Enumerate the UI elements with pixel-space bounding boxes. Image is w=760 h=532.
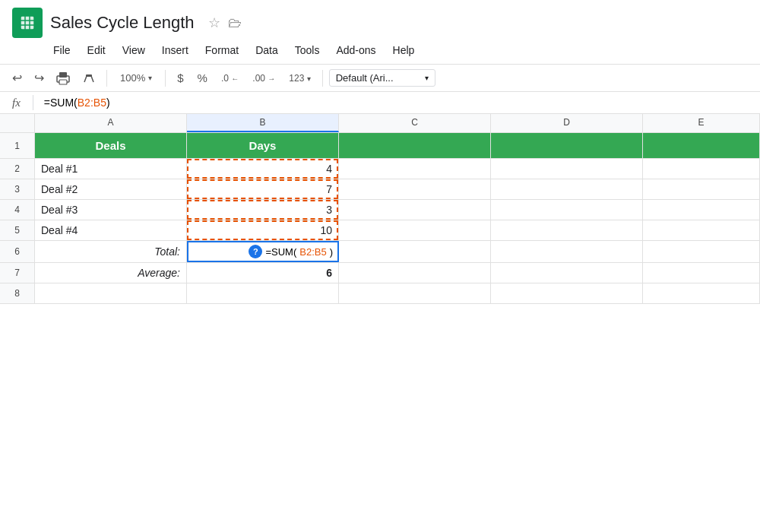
formula-ref-part: B2:B5 [78,97,106,109]
row-num-5: 5 [0,220,35,240]
col-header-c[interactable]: C [339,114,491,132]
formula-input[interactable]: =SUM(B2:B5) [40,95,754,110]
row-num-3: 3 [0,179,35,199]
row-num-1: 1 [0,133,35,158]
menu-addons[interactable]: Add-ons [328,41,383,59]
undo-button[interactable]: ↩ [8,68,27,88]
tooltip-question-icon: ? [249,245,262,258]
cell-c5[interactable] [339,220,491,240]
cell-d1[interactable] [491,133,643,158]
toolbar-separator-1 [106,70,107,87]
row-num-6: 6 [0,241,35,262]
cell-a2[interactable]: Deal #1 [35,159,187,179]
title-bar: Sales Cycle Length ☆ 🗁 [0,0,760,41]
cell-c8[interactable] [339,283,491,303]
formula-divider [33,95,33,110]
col-header-b[interactable]: B [187,114,339,132]
svg-rect-1 [21,16,34,30]
menu-file[interactable]: File [46,41,78,59]
cell-d4[interactable] [491,200,643,220]
cell-e1[interactable] [643,133,760,158]
cell-a6[interactable]: Total: [35,241,187,262]
row-num-4: 4 [0,200,35,220]
cell-b6[interactable]: ? =SUM(B2:B5) [187,241,339,262]
cell-a7[interactable]: Average: [35,263,187,283]
menu-insert[interactable]: Insert [154,41,196,59]
row-num-7: 7 [0,263,35,283]
cell-b8[interactable] [187,283,339,303]
toolbar-separator-2 [165,70,166,87]
cell-b3[interactable]: 7 [187,179,339,199]
cell-e4[interactable] [643,200,760,220]
formula-bar: fx =SUM(B2:B5) [0,92,760,114]
cell-e5[interactable] [643,220,760,240]
toolbar-separator-3 [322,70,323,87]
cell-d3[interactable] [491,179,643,199]
cell-a4[interactable]: Deal #3 [35,200,187,220]
col-header-e[interactable]: E [643,114,760,132]
cell-a5[interactable]: Deal #4 [35,220,187,240]
currency-button[interactable]: $ [172,68,188,87]
menu-help[interactable]: Help [385,41,423,59]
folder-icon[interactable]: 🗁 [228,15,242,31]
cell-e3[interactable] [643,179,760,199]
menu-view[interactable]: View [115,41,153,59]
cell-c3[interactable] [339,179,491,199]
zoom-dropdown-icon: ▾ [148,74,152,82]
spreadsheet: A B C D E 1 Deals Days 2 Deal #1 4 3 Dea… [0,114,760,304]
cell-a8[interactable] [35,283,187,303]
cell-d7[interactable] [491,263,643,283]
formula-tooltip: ? =SUM(B2:B5) [249,245,333,258]
menu-edit[interactable]: Edit [80,41,113,59]
cell-a3[interactable]: Deal #2 [35,179,187,199]
cell-e8[interactable] [643,283,760,303]
paint-format-button[interactable] [78,68,100,88]
menu-tools[interactable]: Tools [287,41,328,59]
row-num-8: 8 [0,283,35,303]
percent-button[interactable]: % [192,68,213,87]
cell-e6[interactable] [643,241,760,262]
row-num-header [0,114,35,132]
cell-d5[interactable] [491,220,643,240]
menu-bar: File Edit View Insert Format Data Tools … [0,41,760,64]
svg-rect-11 [86,74,92,77]
app-logo [12,8,43,38]
font-dropdown-icon: ▾ [425,74,429,82]
more-formats-button[interactable]: 123 ▾ [283,70,315,87]
cell-b2[interactable]: 4 [187,159,339,179]
cell-d6[interactable] [491,241,643,262]
col-header-a[interactable]: A [35,114,187,132]
menu-format[interactable]: Format [198,41,246,59]
cell-e7[interactable] [643,263,760,283]
redo-button[interactable]: ↪ [30,68,49,88]
cell-b4[interactable]: 3 [187,200,339,220]
cell-c6[interactable] [339,241,491,262]
cell-c7[interactable] [339,263,491,283]
column-headers: A B C D E [0,114,760,133]
cell-e2[interactable] [643,159,760,179]
cell-d8[interactable] [491,283,643,303]
document-title: Sales Cycle Length [50,13,195,33]
cell-b5[interactable]: 10 [187,220,339,240]
tooltip-ref: B2:B5 [299,246,326,258]
svg-rect-7 [59,72,67,78]
menu-data[interactable]: Data [248,41,286,59]
col-header-d[interactable]: D [491,114,643,132]
zoom-selector[interactable]: 100% ▾ [113,69,159,87]
cell-c1[interactable] [339,133,491,158]
cell-b7[interactable]: 6 [187,263,339,283]
cell-b1[interactable]: Days [187,133,339,158]
star-icon[interactable]: ☆ [208,14,220,31]
svg-rect-10 [59,80,67,84]
cell-a1[interactable]: Deals [35,133,187,158]
row-3: 3 Deal #2 7 [0,179,760,200]
decimal-increase-button[interactable]: .00 → [247,70,280,87]
font-selector[interactable]: Default (Ari... ▾ [329,69,435,87]
print-button[interactable] [52,68,74,88]
toolbar: ↩ ↪ 100% ▾ $ % .0 ← .00 → 123 ▾ Default … [0,64,760,92]
row-8: 8 [0,283,760,304]
cell-c2[interactable] [339,159,491,179]
decimal-decrease-button[interactable]: .0 ← [216,70,244,87]
cell-d2[interactable] [491,159,643,179]
cell-c4[interactable] [339,200,491,220]
